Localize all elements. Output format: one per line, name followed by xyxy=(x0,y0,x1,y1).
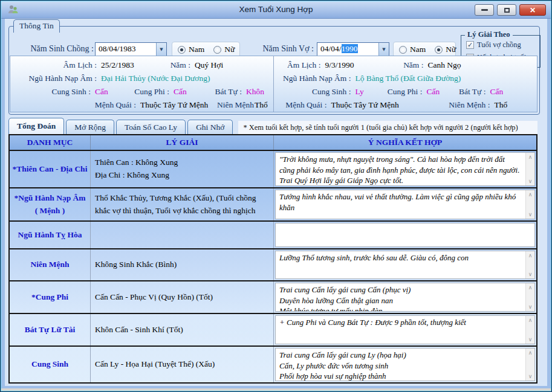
wife-info: Âm Lịch : 9/3/1990 Năm : Canh Ngọ Ngũ Hà… xyxy=(274,56,537,112)
checkbox-tuoi-vo-chong[interactable]: ✓ xyxy=(466,41,474,49)
minimize-button[interactable] xyxy=(475,4,494,16)
restore-icon xyxy=(504,8,510,13)
label: Mệnh Quái : xyxy=(274,100,331,110)
row-y-nghia-cell: + Cung Phi và Cung Bát Tự : Được 9 phần … xyxy=(273,314,536,345)
husband-info: Âm Lịch : 25/2/1983 Năm : Quý Hợi Ngũ Hà… xyxy=(10,56,274,112)
row-ly-giai xyxy=(90,222,273,248)
scrollbar[interactable]: ∧∨ xyxy=(525,316,534,344)
group-label-thong-tin: Thông Tin xyxy=(13,19,60,33)
header-ly-giai: LÝ GIẢI xyxy=(90,135,273,150)
label: Bát Tự : xyxy=(203,87,246,97)
y-nghia-text: Trai cung Cấn lấy gái cung Cấn (phục vị)… xyxy=(276,283,525,311)
value: Cấn xyxy=(95,87,126,97)
husband-radio-nam-label: Nam xyxy=(189,45,204,54)
table-row: Ngũ Hành Tỵ Hòa xyxy=(10,220,536,248)
scroll-down-icon[interactable]: ∨ xyxy=(528,271,533,277)
chevron-down-icon[interactable]: ▼ xyxy=(156,43,166,56)
y-nghia-textbox[interactable]: "Trời không mưa, nhựt nguyệt trong sáng"… xyxy=(275,152,535,186)
wife-radio-nu-label: Nữ xyxy=(446,45,456,54)
label: Niên Mệnh : xyxy=(217,100,255,110)
value: Ly xyxy=(356,87,386,97)
wife-date-prefix: 04/04/ xyxy=(320,44,342,53)
row-y-nghia-cell: "Trời không mưa, nhựt nguyệt trong sáng"… xyxy=(273,151,536,187)
header-y-nghia: Ý NGHĨA KẾT HỢP xyxy=(273,135,536,150)
info-panel: Âm Lịch : 25/2/1983 Năm : Quý Hợi Ngũ Hà… xyxy=(10,56,537,112)
table-row: *Thiên Can - Địa Chi Thiên Can : Không X… xyxy=(10,151,536,187)
wife-radio-nam[interactable] xyxy=(399,46,407,54)
tab-toan-so-cao-ly[interactable]: Toán Số Cao Ly xyxy=(116,120,186,134)
row-y-nghia-cell xyxy=(273,222,536,248)
table-header: DANH MỤC LÝ GIẢI Ý NGHĨA KẾT HỢP xyxy=(10,135,536,151)
scroll-down-icon[interactable]: ∨ xyxy=(528,336,533,342)
titlebar[interactable]: Xem Tuổi Xung Hợp ✕ xyxy=(1,1,551,19)
window-title: Xem Tuổi Xung Hợp xyxy=(1,5,551,14)
y-nghia-text xyxy=(276,223,525,246)
tab-mo-rong[interactable]: Mở Rộng xyxy=(66,120,114,134)
y-nghia-textbox[interactable]: + Cung Phi và Cung Bát Tự : Được 9 phần … xyxy=(275,315,535,344)
scroll-up-icon[interactable]: ∧ xyxy=(528,191,533,198)
table-body: *Thiên Can - Địa Chi Thiên Can : Không X… xyxy=(10,151,536,382)
wife-radio-nu[interactable] xyxy=(435,46,443,54)
table-row: Cung Sinh Cấn Ly - Họa Hại (Tuyệt Thể) (… xyxy=(10,345,536,382)
scrollbar[interactable]: ∧∨ xyxy=(525,349,534,381)
minimize-icon xyxy=(481,9,488,11)
ly-giai-theo-label: Lý Giải Theo xyxy=(465,30,513,39)
value: Cấn xyxy=(490,87,504,97)
value: Lộ Bàng Thổ (Đất Giữa Đường) xyxy=(356,74,461,83)
row-ly-giai: Không Sinh Khắc (Bình) xyxy=(90,249,273,280)
scroll-up-icon[interactable]: ∧ xyxy=(528,350,533,356)
wife-date-value[interactable]: 04/04/1990 xyxy=(317,43,378,56)
scrollbar[interactable]: ∧∨ xyxy=(525,283,534,311)
husband-radio-nu[interactable] xyxy=(213,46,221,54)
husband-date-value[interactable]: 08/04/1983 xyxy=(96,43,156,56)
y-nghia-textbox[interactable]: Lưỡng Thổ tương sinh, trước khó sau dễ. … xyxy=(275,251,535,279)
wife-date-combo[interactable]: 04/04/1990 ▼ xyxy=(317,42,389,56)
row-ly-giai: Cấn Ly - Họa Hại (Tuyệt Thể) (Xấu) xyxy=(90,347,273,382)
y-nghia-textbox[interactable]: Tướng hình khắc nhau, vui vẻ thất thường… xyxy=(275,190,535,219)
value: Cấn xyxy=(174,87,203,97)
y-nghia-textbox[interactable]: Trai cung Cấn lấy gái cung Ly (họa hại) … xyxy=(275,348,535,381)
row-ly-giai: Thổ Khắc Thủy, Tương Khắc (Xấu), (Tuổi c… xyxy=(90,188,273,220)
row-category: Bát Tự Lữ Tài xyxy=(10,314,90,345)
row-category: *Thiên Can - Địa Chi xyxy=(10,151,90,187)
restore-button[interactable] xyxy=(497,4,516,16)
label: Ngũ Hành Nạp Âm : xyxy=(274,74,356,83)
wife-date-selected-text: 1990 xyxy=(342,44,358,53)
row-ly-giai: Cấn Cấn - Phục Vị (Quy Hồn) (Tốt) xyxy=(90,281,273,313)
scrollbar[interactable]: ∧∨ xyxy=(525,251,534,278)
scroll-up-icon[interactable]: ∧ xyxy=(528,154,533,160)
row-category: *Ngũ Hành Nạp Âm ( Mệnh ) xyxy=(10,188,90,220)
value: Khôn xyxy=(246,87,264,97)
tab-tong-doan[interactable]: Tổng Đoán xyxy=(8,118,64,134)
row-ly-giai: Khôn Cấn - Sinh Khí (Tốt) xyxy=(90,314,273,345)
value: Thuộc Tây Tứ Mệnh xyxy=(331,100,431,110)
scrollbar[interactable]: ∧∨ xyxy=(525,153,534,185)
tab-strip: Tổng Đoán Mở Rộng Toán Số Cao Ly Ghi Nhớ… xyxy=(8,118,537,134)
y-nghia-text: Trai cung Cấn lấy gái cung Ly (họa hại) … xyxy=(276,349,525,381)
tab-ghi-nho[interactable]: Ghi Nhớ xyxy=(187,120,233,134)
value: Thổ xyxy=(495,100,508,110)
table-row: *Cung Phi Cấn Cấn - Phục Vị (Quy Hồn) (T… xyxy=(10,280,536,313)
row-category: Cung Sinh xyxy=(10,347,90,382)
scroll-up-icon[interactable]: ∧ xyxy=(528,252,533,259)
scroll-down-icon[interactable]: ∨ xyxy=(528,211,533,217)
scroll-down-icon[interactable]: ∨ xyxy=(528,304,533,310)
husband-radio-nam[interactable] xyxy=(178,46,186,54)
y-nghia-textbox[interactable]: Trai cung Cấn lấy gái cung Cấn (phục vị)… xyxy=(275,283,535,312)
scroll-up-icon[interactable]: ∧ xyxy=(528,317,533,323)
value: Cấn xyxy=(427,87,457,97)
row-y-nghia-cell: Trai cung Cấn lấy gái cung Cấn (phục vị)… xyxy=(273,281,536,313)
row-y-nghia-cell: Tướng hình khắc nhau, vui vẻ thất thường… xyxy=(273,188,536,220)
husband-date-combo[interactable]: 08/04/1983 ▼ xyxy=(95,42,167,56)
y-nghia-text: Lưỡng Thổ tương sinh, trước khó sau dễ. … xyxy=(276,251,525,278)
window-bottom-edge xyxy=(1,388,551,391)
scroll-down-icon[interactable]: ∨ xyxy=(528,373,533,379)
scroll-down-icon[interactable]: ∨ xyxy=(528,178,533,184)
y-nghia-textbox[interactable] xyxy=(275,223,535,247)
row-category: *Cung Phi xyxy=(10,281,90,313)
value: Thuộc Tây Tứ Mệnh xyxy=(140,100,217,110)
scrollbar[interactable]: ∧∨ xyxy=(525,190,534,219)
scroll-up-icon[interactable]: ∧ xyxy=(528,284,533,291)
close-button[interactable]: ✕ xyxy=(519,4,546,16)
chevron-down-icon[interactable]: ▼ xyxy=(378,43,389,56)
